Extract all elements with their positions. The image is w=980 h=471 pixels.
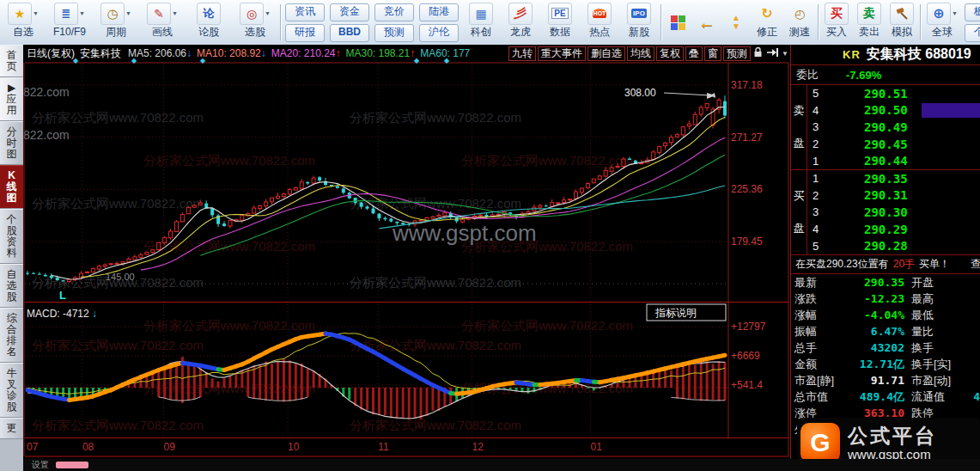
stat-row-市盈[静]: 市盈[静]91.71市盈[动] [791,372,980,388]
dropdown-caret-icon[interactable]: ▼ [33,10,39,16]
toolbar-group-F10/F9[interactable]: ≣▼F10/F9 [46,0,93,45]
sidebar-item-K线图[interactable]: K线图 [0,165,23,209]
stat-value: 290.35 [844,276,904,289]
settings-label[interactable]: 设置 [32,459,49,471]
lock-icon[interactable] [753,46,763,60]
toolbar-group-热点[interactable]: HOT热点 [580,0,619,45]
gspt-logo-g-icon: G [800,423,840,462]
level-number: 3 [813,205,830,218]
indicator-tag: KR [843,48,861,61]
dropdown-caret-icon[interactable]: ▼ [952,10,958,16]
sidebar-item-应用[interactable]: ▶应用 [0,77,23,121]
chart-button-预测[interactable]: 预测 [723,46,751,61]
buy-price: 290.35 [864,172,908,186]
up-down-arrow-icon: ▲▼ [732,14,740,31]
svg-text:+12797: +12797 [731,321,766,333]
toolbar-group-自选[interactable]: ★▼自选 [0,0,46,45]
toolbar-group-卖出[interactable]: 卖卖出 [853,0,886,45]
kline-macd-plot[interactable]: 分析家公式网www.70822.com分析家公式网www.70822.com分析… [23,62,790,458]
chart-button-叠[interactable]: 叠 [685,46,703,61]
sidebar-item-分时图[interactable]: 分时图 [0,121,23,165]
sidebar-item-综合排名[interactable]: 综合排名 [0,308,23,363]
toolbar-group-label: 买入 [826,25,847,40]
notice-text: 在买盘290.23位置有 [795,257,889,272]
svg-text:分析家公式网www.70822.com: 分析家公式网www.70822.com [350,275,521,290]
chart-button-删自选[interactable]: 删自选 [587,46,625,61]
toolbar-button-资金[interactable]: 资金 [330,3,369,21]
sidebar-item-更[interactable]: 更 [0,418,23,439]
toolbar-group-科创[interactable]: ▦科创 [461,0,501,45]
peak-price-label: 308.00 [624,87,656,99]
stat-label: 总手 [791,340,844,356]
toolbar-group-买入[interactable]: 买买入 [820,0,853,45]
speed-clock-button[interactable]: ◴测速 [783,0,816,45]
chart-stock-name: 安集科技 [80,46,121,61]
toolbar-group-论股[interactable]: 论论股 [186,0,232,45]
svg-text:分析家公式网www.70822.com: 分析家公式网www.70822.com [350,418,521,432]
level-number: 5 [813,87,830,100]
toolbar-group-新股[interactable]: IPO新股 [619,0,659,45]
toolbar-button-资讯[interactable]: 资讯 [285,3,325,21]
svg-text:271.27: 271.27 [731,132,763,144]
chart-button-窗[interactable]: 窗 [704,46,721,61]
dropdown-caret-icon[interactable]: ▼ [125,10,131,16]
toolbar-group-label: 选股 [245,25,265,40]
chart-button-九转[interactable]: 九转 [508,46,536,61]
top-toolbar: ★▼自选≣▼F10/F9◷▼周期✎▼画线论论股◎▼选股资讯研报资金BBD竞价预测… [0,0,980,46]
stat-label-right: 开盘 [911,275,934,291]
svg-text:分析家公式网www.70822.com: 分析家公式网www.70822.com [350,338,521,352]
toolbar-group-模拟[interactable]: 模拟 [886,0,918,45]
toolbar-button-竞价[interactable]: 竞价 [374,3,414,21]
sidebar-item-label: ▶应用 [6,83,17,116]
depth-volume-bar [922,103,980,118]
toolbar-group-全球[interactable]: ⊕▼全球 [922,0,962,45]
sidebar-item-牛叉诊股[interactable]: 牛叉诊股 [0,363,23,418]
macd-value-label: MACD: -4712 [27,308,89,320]
left-sidebar: 首页▶应用分时图K线图个股资料自选股综合排名牛叉诊股更 [0,45,23,471]
toolbar-button-陆港[interactable]: 陆港 [419,3,459,21]
toolbar-group-数据[interactable]: PE数据 [540,0,580,45]
chart-button-复权[interactable]: 复权 [656,46,684,61]
chart-button-重大事件[interactable]: 重大事件 [538,46,586,61]
event-marker-diamond-icon[interactable]: ◆ [200,57,205,64]
sidebar-item-个股资料[interactable]: 个股资料 [0,209,23,264]
toolbar-separator [660,4,661,40]
chart-period-label[interactable]: 日线(复权) [27,46,75,61]
jump-arrow-icon[interactable] [766,47,778,60]
ma-value-MA5: MA5: 206.06↓ [128,47,192,59]
dropdown-caret-icon[interactable]: ▼ [79,10,85,16]
globe-icon: ⊕ [927,3,951,25]
dropdown-caret-icon[interactable]: ▼ [265,10,271,16]
notice-trail[interactable]: 查 [971,257,980,272]
toolbar-button-个股[interactable]: 个股 [965,24,980,42]
stat-label: 金额 [791,357,844,372]
back-arrow-button[interactable]: ← [692,0,721,45]
event-marker-diamond-icon[interactable]: ◆ [73,57,78,64]
up-down-arrow-button[interactable]: ▲▼ [721,0,751,45]
dropdown-caret-icon[interactable]: ▼ [782,50,788,58]
toolbar-group-画线[interactable]: ✎▼画线 [139,0,186,45]
stat-label: 市盈[静] [791,373,844,388]
toolbar-group-周期[interactable]: ◷▼周期 [93,0,139,45]
sidebar-item-自选股[interactable]: 自选股 [0,264,23,308]
revise-button[interactable]: ↻修正 [751,0,783,45]
toolbar-button-沪伦[interactable]: 沪伦 [419,24,459,42]
dropdown-caret-icon[interactable]: ▼ [172,10,178,16]
toolbar-button-研报[interactable]: 研报 [285,24,325,42]
event-marker-diamond-icon[interactable]: ◆ [444,57,449,64]
event-marker-diamond-icon[interactable]: ◆ [414,57,419,64]
toolbar-button-板块[interactable]: 板块 [965,3,980,21]
toolbar-group-龙虎[interactable]: 彡龙虎 [501,0,540,45]
toolbar-button-预测[interactable]: 预测 [374,24,414,42]
win-grid-button[interactable] [663,0,692,45]
weibi-label: 委比 [796,67,846,83]
sidebar-item-首页[interactable]: 首页 [0,45,23,77]
sell-price: 290.45 [864,138,908,151]
svg-text:11: 11 [378,441,389,453]
chart-button-均线[interactable]: 均线 [627,46,654,61]
event-marker-diamond-icon[interactable]: ◆ [131,57,137,64]
toolbar-button-BBD[interactable]: BBD [330,24,369,42]
svg-text:179.45: 179.45 [731,236,763,248]
indicator-info-button-label[interactable]: 指标说明 [654,307,697,319]
toolbar-group-选股[interactable]: ◎▼选股 [232,0,278,45]
